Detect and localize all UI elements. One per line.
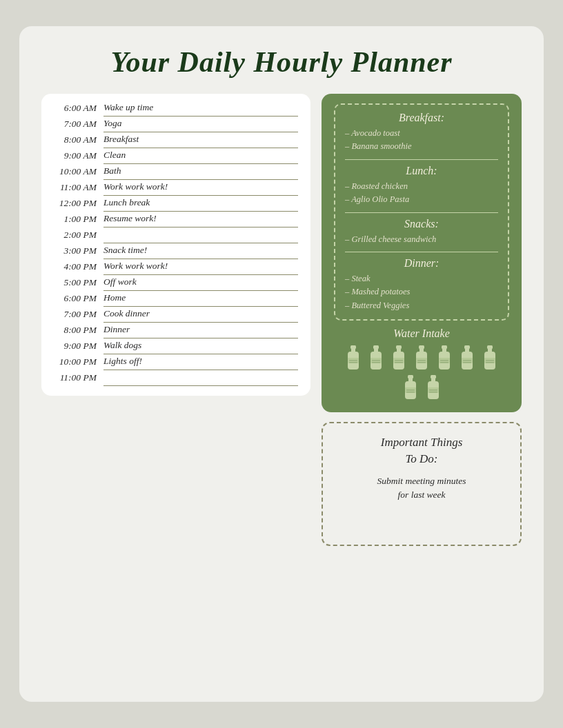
- schedule-row: 3:00 PM Snack time!: [50, 245, 298, 259]
- svg-rect-19: [419, 349, 424, 352]
- svg-rect-41: [486, 362, 494, 363]
- snacks-section: Snacks: – Grilled cheese sandwich: [345, 218, 498, 246]
- activity-line: [103, 372, 298, 386]
- activity-text: Yoga: [103, 118, 298, 130]
- page-title: Your Daily Hourly Planner: [41, 46, 522, 79]
- water-bottle-icon: [424, 375, 443, 401]
- svg-rect-1: [351, 349, 355, 352]
- svg-rect-22: [417, 360, 426, 361]
- meal-divider-1: [345, 159, 498, 160]
- water-bottle-icon: [457, 345, 477, 372]
- activity-text: Walk dogs: [103, 340, 298, 352]
- schedule-row: 6:00 AM Wake up time: [50, 102, 298, 117]
- svg-rect-46: [406, 390, 415, 391]
- svg-rect-0: [350, 345, 356, 349]
- schedule-row: 5:00 PM Off work: [50, 276, 298, 291]
- svg-rect-31: [465, 349, 469, 352]
- meal-divider-2: [345, 212, 498, 213]
- time-label: 7:00 AM: [50, 119, 103, 132]
- time-label: 2:00 PM: [50, 230, 103, 243]
- schedule-row: 8:00 PM Dinner: [50, 324, 298, 338]
- svg-rect-5: [349, 362, 357, 363]
- svg-rect-42: [408, 375, 413, 378]
- activity-line: Wake up time: [103, 102, 298, 117]
- schedule-line: [103, 163, 298, 164]
- time-label: 6:00 AM: [50, 103, 103, 117]
- important-panel: Important ThingsTo Do: Submit meeting mi…: [322, 422, 522, 546]
- svg-rect-12: [396, 345, 402, 349]
- svg-rect-30: [464, 345, 470, 349]
- activity-line: Bath: [103, 165, 298, 180]
- activity-text: Wake up time: [103, 102, 298, 114]
- activity-text: Dinner: [103, 324, 298, 336]
- svg-rect-4: [349, 360, 357, 361]
- water-bottles: [334, 345, 509, 401]
- water-bottle-icon: [412, 345, 431, 372]
- schedule-line: [103, 338, 298, 338]
- schedule-line: [103, 322, 298, 323]
- schedule-line: [103, 148, 298, 148]
- svg-rect-37: [488, 349, 492, 352]
- time-label: 3:00 PM: [50, 245, 103, 259]
- schedule-row: 10:00 AM Bath: [50, 165, 298, 180]
- time-label: 4:00 PM: [50, 261, 103, 275]
- schedule-line: [103, 290, 298, 291]
- svg-rect-13: [397, 349, 401, 352]
- activity-line: Breakfast: [103, 134, 298, 148]
- activity-text: [103, 372, 298, 384]
- svg-rect-34: [463, 360, 471, 361]
- svg-rect-40: [486, 360, 494, 361]
- activity-line: Dinner: [103, 324, 298, 338]
- lunch-title: Lunch:: [345, 165, 498, 177]
- activity-text: Lunch break: [103, 197, 298, 210]
- svg-rect-49: [431, 378, 435, 381]
- time-label: 10:00 AM: [50, 166, 103, 180]
- schedule-line: [103, 385, 298, 386]
- activity-text: Work work work!: [103, 261, 298, 273]
- svg-rect-35: [463, 362, 471, 363]
- schedule-line: [103, 370, 298, 370]
- schedule-row: 6:00 PM Home: [50, 292, 298, 307]
- dinner-items: – Steak– Mashed potatoes– Buttered Veggi…: [345, 272, 498, 312]
- dinner-title: Dinner:: [345, 257, 498, 270]
- lunch-section: Lunch: – Roasted chicken– Aglio Olio Pas…: [345, 165, 498, 207]
- activity-text: Off work: [103, 276, 298, 289]
- time-label: 10:00 PM: [50, 356, 103, 370]
- time-label: 8:00 AM: [50, 134, 103, 148]
- activity-text: Lights off!: [103, 356, 298, 368]
- svg-rect-10: [372, 360, 380, 361]
- time-label: 1:00 PM: [50, 214, 103, 228]
- activity-text: Breakfast: [103, 134, 298, 146]
- svg-rect-23: [417, 362, 426, 363]
- svg-rect-43: [408, 378, 413, 381]
- right-panel: Breakfast: – Avocado toast– Banana smoot…: [322, 94, 522, 546]
- activity-text: [103, 229, 298, 241]
- schedule-panel: 6:00 AM Wake up time 7:00 AM Yoga 8:00 A…: [41, 94, 310, 396]
- time-label: 5:00 PM: [50, 277, 103, 291]
- schedule-line: [103, 195, 298, 196]
- water-section: Water Intake: [334, 327, 509, 401]
- schedule-line: [103, 274, 298, 275]
- time-label: 6:00 PM: [50, 293, 103, 307]
- activity-text: Clean: [103, 150, 298, 162]
- schedule-line: [103, 132, 298, 132]
- svg-rect-47: [406, 392, 415, 393]
- activity-line: Walk dogs: [103, 340, 298, 354]
- svg-rect-25: [442, 349, 446, 352]
- activity-line: Home: [103, 292, 298, 307]
- svg-rect-48: [431, 375, 436, 378]
- snacks-title: Snacks:: [345, 218, 498, 230]
- activity-line: Yoga: [103, 118, 298, 132]
- schedule-row: 11:00 AM Work work work!: [50, 181, 298, 196]
- schedule-row: 7:00 AM Yoga: [50, 118, 298, 132]
- time-label: 9:00 PM: [50, 341, 103, 354]
- snacks-items: – Grilled cheese sandwich: [345, 233, 498, 246]
- schedule-line: [103, 211, 298, 212]
- activity-line: Lunch break: [103, 197, 298, 212]
- schedule-line: [103, 243, 298, 243]
- water-bottle-icon: [366, 345, 386, 372]
- time-label: 7:00 PM: [50, 309, 103, 323]
- schedule-row: 2:00 PM: [50, 229, 298, 243]
- activity-line: Work work work!: [103, 261, 298, 275]
- svg-rect-29: [440, 362, 448, 363]
